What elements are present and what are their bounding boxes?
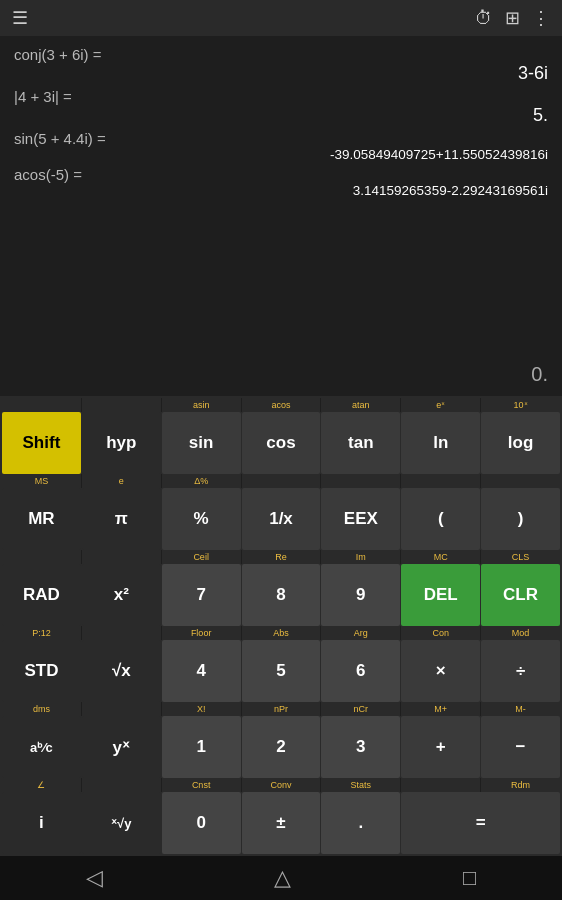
row2-labels: MS e Δ% bbox=[2, 474, 560, 488]
recents-button[interactable]: □ bbox=[439, 857, 500, 899]
lbl-r2-6 bbox=[401, 474, 480, 488]
calc-line-1: conj(3 + 6i) = 3-6i bbox=[14, 46, 548, 84]
lbl-r1-7: 10ˣ bbox=[481, 398, 560, 412]
btn-9[interactable]: 9 bbox=[321, 564, 400, 626]
lbl-r1-5: atan bbox=[321, 398, 400, 412]
calculator-keypad: asin acos atan eˣ 10ˣ Shift hyp sin cos … bbox=[0, 396, 562, 856]
btn-4[interactable]: 4 bbox=[162, 640, 241, 702]
plusminus-button[interactable]: ± bbox=[242, 792, 321, 854]
ln-button[interactable]: ln bbox=[401, 412, 480, 474]
lbl-r6-1: ∠ bbox=[2, 778, 81, 792]
btn-1[interactable]: 1 bbox=[162, 716, 241, 778]
xrooty-button[interactable]: ˣ√y bbox=[82, 792, 161, 854]
lbl-r2-2: e bbox=[82, 474, 161, 488]
shift-button[interactable]: Shift bbox=[2, 412, 81, 474]
expr-2: |4 + 3i| = bbox=[14, 88, 548, 105]
lbl-r4-4: Abs bbox=[242, 626, 321, 640]
more-icon[interactable]: ⋮ bbox=[532, 7, 550, 29]
mr-button[interactable]: MR bbox=[2, 488, 81, 550]
yx-button[interactable]: yˣ bbox=[82, 716, 161, 778]
add-button[interactable]: + bbox=[401, 716, 480, 778]
lbl-r1-6: eˣ bbox=[401, 398, 480, 412]
result-1: 3-6i bbox=[14, 63, 548, 84]
row2-buttons: MR π % 1/x EEX ( ) bbox=[2, 488, 560, 550]
lbl-r6-7: Rdm bbox=[481, 778, 560, 792]
eex-button[interactable]: EEX bbox=[321, 488, 400, 550]
lbl-r1-3: asin bbox=[162, 398, 241, 412]
xsq-button[interactable]: x² bbox=[82, 564, 161, 626]
btn-2[interactable]: 2 bbox=[242, 716, 321, 778]
nav-bar: ◁ △ □ bbox=[0, 856, 562, 900]
pi-button[interactable]: π bbox=[82, 488, 161, 550]
lbl-r6-3: Cnst bbox=[162, 778, 241, 792]
calc-line-4: acos(-5) = 3.14159265359-2.29243169561i bbox=[14, 166, 548, 198]
btn-3[interactable]: 3 bbox=[321, 716, 400, 778]
menu-icon[interactable]: ☰ bbox=[12, 7, 28, 29]
current-input: 0. bbox=[14, 355, 548, 386]
lbl-r4-3: Floor bbox=[162, 626, 241, 640]
row1-labels: asin acos atan eˣ 10ˣ bbox=[2, 398, 560, 412]
row4-buttons: STD √x 4 5 6 × ÷ bbox=[2, 640, 560, 702]
subtract-button[interactable]: − bbox=[481, 716, 560, 778]
lbl-r2-7 bbox=[481, 474, 560, 488]
lbl-r1-1 bbox=[2, 398, 81, 412]
btn-6[interactable]: 6 bbox=[321, 640, 400, 702]
row3-buttons: RAD x² 7 8 9 DEL CLR bbox=[2, 564, 560, 626]
log-button[interactable]: log bbox=[481, 412, 560, 474]
lbl-r3-3: Ceil bbox=[162, 550, 241, 564]
decimal-button[interactable]: . bbox=[321, 792, 400, 854]
home-button[interactable]: △ bbox=[250, 857, 315, 899]
btn-5[interactable]: 5 bbox=[242, 640, 321, 702]
reciprocal-button[interactable]: 1/x bbox=[242, 488, 321, 550]
sin-button[interactable]: sin bbox=[162, 412, 241, 474]
btn-8[interactable]: 8 bbox=[242, 564, 321, 626]
equals-button[interactable]: = bbox=[401, 792, 560, 854]
expr-1: conj(3 + 6i) = bbox=[14, 46, 548, 63]
percent-button[interactable]: % bbox=[162, 488, 241, 550]
lparen-button[interactable]: ( bbox=[401, 488, 480, 550]
lbl-r1-4: acos bbox=[242, 398, 321, 412]
layers-icon[interactable]: ⊞ bbox=[505, 7, 520, 29]
btn-0[interactable]: 0 bbox=[162, 792, 241, 854]
cos-button[interactable]: cos bbox=[242, 412, 321, 474]
hyp-button[interactable]: hyp bbox=[82, 412, 161, 474]
lbl-r3-7: CLS bbox=[481, 550, 560, 564]
multiply-button[interactable]: × bbox=[401, 640, 480, 702]
clr-button[interactable]: CLR bbox=[481, 564, 560, 626]
lbl-r6-2 bbox=[82, 778, 161, 792]
calculator-display: conj(3 + 6i) = 3-6i |4 + 3i| = 5. sin(5 … bbox=[0, 36, 562, 396]
back-button[interactable]: ◁ bbox=[62, 857, 127, 899]
status-bar-right: ⏱ ⊞ ⋮ bbox=[475, 7, 550, 29]
std-button[interactable]: STD bbox=[2, 640, 81, 702]
lbl-r2-1: MS bbox=[2, 474, 81, 488]
btn-7[interactable]: 7 bbox=[162, 564, 241, 626]
row6-buttons: i ˣ√y 0 ± . = bbox=[2, 792, 560, 854]
rparen-button[interactable]: ) bbox=[481, 488, 560, 550]
rad-button[interactable]: RAD bbox=[2, 564, 81, 626]
lbl-r6-6 bbox=[401, 778, 480, 792]
lbl-r2-4 bbox=[242, 474, 321, 488]
lbl-r4-2 bbox=[82, 626, 161, 640]
del-button[interactable]: DEL bbox=[401, 564, 480, 626]
lbl-r3-4: Re bbox=[242, 550, 321, 564]
lbl-r2-3: Δ% bbox=[162, 474, 241, 488]
lbl-r5-1: dms bbox=[2, 702, 81, 716]
sqrt-button[interactable]: √x bbox=[82, 640, 161, 702]
history-icon[interactable]: ⏱ bbox=[475, 8, 493, 29]
lbl-r3-6: MC bbox=[401, 550, 480, 564]
status-bar: ☰ ⏱ ⊞ ⋮ bbox=[0, 0, 562, 36]
status-bar-left: ☰ bbox=[12, 7, 28, 29]
row5-labels: dms X! nPr nCr M+ M- bbox=[2, 702, 560, 716]
frac-button[interactable]: aᵇ⁄c bbox=[2, 716, 81, 778]
lbl-r2-5 bbox=[321, 474, 400, 488]
lbl-r5-7: M- bbox=[481, 702, 560, 716]
lbl-r4-6: Con bbox=[401, 626, 480, 640]
result-3: -39.05849409725+11.55052439816i bbox=[14, 147, 548, 162]
imaginary-button[interactable]: i bbox=[2, 792, 81, 854]
divide-button[interactable]: ÷ bbox=[481, 640, 560, 702]
tan-button[interactable]: tan bbox=[321, 412, 400, 474]
expr-4: acos(-5) = bbox=[14, 166, 548, 183]
result-2: 5. bbox=[14, 105, 548, 126]
lbl-r5-5: nCr bbox=[321, 702, 400, 716]
lbl-r5-3: X! bbox=[162, 702, 241, 716]
